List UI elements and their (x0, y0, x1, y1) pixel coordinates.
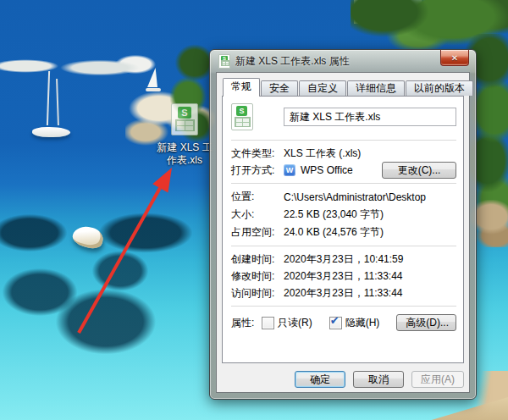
wps-letter: W (286, 166, 294, 174)
advanced-button[interactable]: 高级(D)... (396, 314, 456, 331)
sailboat-mast (47, 71, 50, 125)
spreadsheet-page-icon: S (231, 103, 253, 130)
accessed-row: 访问时间: 2020年3月23日，11:33:44 (231, 285, 456, 301)
ok-button[interactable]: 确定 (295, 371, 345, 388)
close-button[interactable]: ✕ (440, 50, 469, 66)
filename-input[interactable] (284, 108, 456, 126)
created-row: 创建时间: 2020年3月23日，10:41:59 (231, 251, 456, 268)
separator (231, 306, 456, 307)
open-with-app: WPS Office (301, 164, 353, 176)
readonly-checkbox[interactable] (262, 317, 274, 329)
icon-label-line: 新建 XLS 工 (151, 141, 218, 154)
check-icon: ✔ (330, 315, 340, 326)
field-value: 22.5 KB (23,040 字节) (284, 207, 384, 222)
hidden-checkbox[interactable]: ✔ (329, 317, 342, 329)
desktop: S 新建 XLS 工 作表.xls S 新建 XLS 工作表.xls 属性 ✕ … (0, 0, 508, 420)
desktop-icon-label: 新建 XLS 工 作表.xls (151, 141, 218, 167)
file-icon-cell: S (231, 103, 284, 130)
small-hull (146, 88, 161, 91)
readonly-label: 只读(R) (278, 316, 312, 330)
wps-office-icon: W (284, 164, 295, 176)
modified-row: 修改时间: 2020年3月23日，11:33:44 (231, 268, 456, 285)
filename-row: S (231, 103, 456, 130)
tab-general[interactable]: 常规 (223, 78, 260, 97)
field-label: 打开方式: (231, 163, 284, 178)
tab-previous-versions[interactable]: 以前的版本 (406, 80, 473, 96)
field-value: 2020年3月23日，11:33:44 (284, 269, 403, 284)
field-value: 2020年3月23日，11:33:44 (284, 286, 403, 301)
sailboat-mast (56, 79, 59, 125)
field-label: 位置: (231, 190, 284, 204)
apply-button: 应用(A) (411, 371, 464, 388)
field-value: 24.0 KB (24,576 字节) (284, 225, 384, 240)
sheet-grid-icon (175, 119, 195, 131)
dialog-title: 新建 XLS 工作表.xls 属性 (235, 54, 350, 69)
sheet-grid-icon (221, 60, 229, 66)
wps-sheet-badge-icon: S (178, 107, 191, 119)
separator (231, 140, 456, 141)
size-on-disk-row: 占用空间: 24.0 KB (24,576 字节) (231, 224, 456, 241)
field-value: XLS 工作表 (.xls) (284, 146, 361, 161)
underwater-rocks (0, 203, 212, 373)
tab-strip: 常规 安全 自定义 详细信息 以前的版本 (222, 76, 464, 96)
field-label: 创建时间: (231, 252, 284, 267)
field-value: 2020年3月23日，10:41:59 (284, 252, 403, 267)
dialog-titlebar[interactable]: S 新建 XLS 工作表.xls 属性 (210, 50, 476, 72)
field-label: 大小: (231, 207, 284, 222)
titlebar-file-icon: S (218, 54, 230, 69)
xls-file-icon: S (171, 103, 198, 139)
attributes-row: 属性: 只读(R) ✔ 隐藏(H) 高级(D)... (231, 314, 456, 331)
field-label: 文件类型: (231, 146, 284, 161)
size-row: 大小: 22.5 KB (23,040 字节) (231, 206, 456, 224)
distant-coastline (0, 54, 165, 76)
field-label: 占用空间: (231, 225, 284, 240)
icon-label-line: 作表.xls (151, 154, 218, 167)
small-sailboat (144, 68, 164, 95)
location-row: 位置: C:\Users\Administrator\Desktop (231, 188, 456, 206)
tab-details[interactable]: 详细信息 (347, 80, 405, 96)
change-button[interactable]: 更改(C)... (382, 162, 456, 179)
hidden-label: 隐藏(H) (345, 316, 380, 330)
properties-dialog: S 新建 XLS 工作表.xls 属性 ✕ 常规 安全 自定义 详细信息 以前的… (209, 49, 477, 400)
close-icon: ✕ (451, 53, 458, 63)
tab-security[interactable]: 安全 (261, 80, 298, 96)
desktop-file-icon[interactable]: S 新建 XLS 工 作表.xls (151, 103, 218, 167)
wps-sheet-badge-icon: S (236, 106, 247, 116)
dialog-footer: 确定 取消 应用(A) (222, 363, 464, 392)
file-type-row: 文件类型: XLS 工作表 (.xls) (231, 145, 456, 162)
sailboat-hull (32, 127, 70, 137)
sail (147, 68, 157, 87)
dialog-body: 常规 安全 自定义 详细信息 以前的版本 S (216, 72, 470, 393)
open-with-row: 打开方式: W WPS Office 更改(C)... (231, 162, 456, 179)
general-tab-page: S 文件类型: XLS 工作表 (.xls) 打开方式: W (222, 96, 464, 363)
cancel-button[interactable]: 取消 (353, 371, 404, 388)
spreadsheet-page-icon: S (171, 103, 198, 135)
field-label: 修改时间: (231, 269, 284, 284)
sheet-grid-icon (235, 117, 251, 127)
sailboat (32, 71, 71, 144)
separator (231, 183, 456, 184)
field-label: 属性: (231, 316, 262, 330)
field-value: C:\Users\Administrator\Desktop (284, 191, 426, 203)
field-label: 访问时间: (231, 286, 284, 301)
tab-custom[interactable]: 自定义 (299, 80, 346, 96)
separator (231, 246, 456, 246)
